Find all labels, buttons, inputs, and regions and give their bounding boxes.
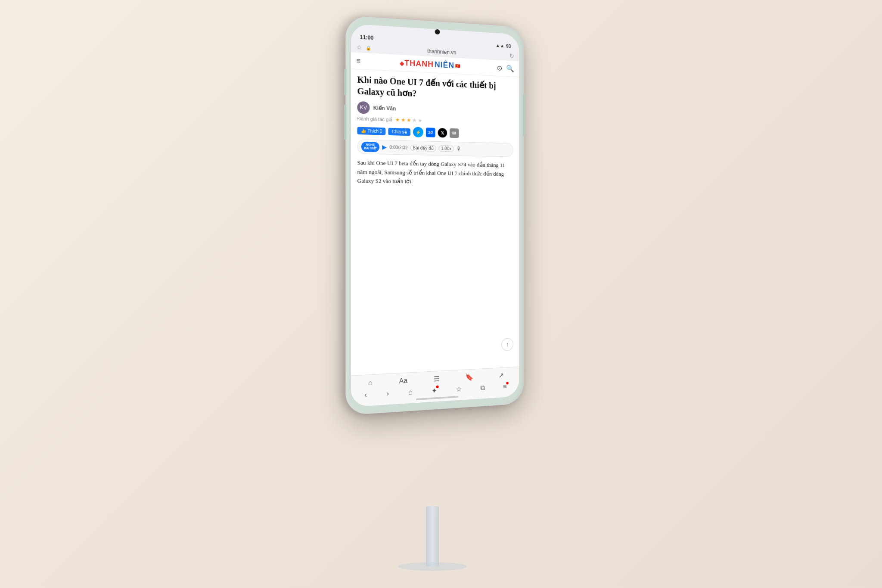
audio-speed[interactable]: 1.00x [438, 145, 454, 152]
stand-arm [426, 506, 439, 566]
phone-screen: 11:00 ▲▲ 93 ☆ 🔒 thanhnien.vn ↻ [351, 24, 519, 407]
logo-flag-icon: 🇻🇳 [455, 63, 460, 68]
email-button[interactable]: ✉ [450, 128, 459, 138]
star-5[interactable]: ★ [418, 117, 422, 123]
volume-button-2 [344, 104, 346, 140]
scene: 11:00 ▲▲ 93 ☆ 🔒 thanhnien.vn ↻ [0, 0, 882, 588]
audio-full-label[interactable]: Bài đầy đủ [410, 144, 436, 151]
magic-icon[interactable]: ✦ [432, 386, 437, 395]
facebook-share-button[interactable]: Chia sẻ [388, 128, 410, 136]
twitter-button[interactable]: 𝕏 [438, 128, 447, 138]
star-3[interactable]: ★ [407, 117, 411, 123]
battery-label: 93 [506, 44, 511, 49]
site-header-icons: ⊙ 🔍 [497, 64, 514, 73]
lock-icon: 🔒 [366, 45, 371, 50]
status-time: 11:00 [360, 34, 374, 41]
power-button [523, 94, 525, 136]
microphone-icon[interactable]: 🎙 [457, 146, 462, 152]
author-avatar: KV [357, 101, 370, 114]
messenger-button[interactable]: ⚡ [413, 127, 423, 137]
favorites-icon[interactable]: ☆ [456, 385, 462, 394]
logo-text-2: NIÊN [435, 60, 454, 70]
menu-nav-icon[interactable]: ≡ [503, 383, 507, 390]
rating-label: Đánh giá tác giả [357, 115, 393, 122]
audio-time: 0:00/2:32 [389, 145, 407, 150]
phone-body: 11:00 ▲▲ 93 ☆ 🔒 thanhnien.vn ↻ [345, 16, 524, 415]
signal-icon: ▲▲ [496, 43, 505, 48]
browser-home-icon[interactable]: ⌂ [408, 388, 413, 396]
home-toolbar-icon[interactable]: ⌂ [368, 379, 373, 387]
author-name[interactable]: Kiến Văn [373, 105, 396, 112]
phone-wrapper: 11:00 ▲▲ 93 ☆ 🔒 thanhnien.vn ↻ [345, 16, 524, 415]
audio-label-line2: BÀI VIẾT [364, 146, 377, 150]
zalo-button[interactable]: 2đ [426, 128, 435, 137]
logo-diamond-icon: ◆ [400, 59, 404, 67]
star-4[interactable]: ★ [412, 117, 417, 123]
audio-player: NGHE BÀI VIẾT ▶ 0:00/2:32 Bài đầy đủ 1.0… [357, 139, 513, 157]
article-title: Khi nào One UI 7 đến với các thiết bị Ga… [357, 74, 513, 103]
audio-label: NGHE BÀI VIẾT [361, 142, 379, 152]
messenger-icon: ⚡ [416, 130, 421, 134]
font-size-icon[interactable]: Aa [399, 376, 408, 385]
forward-nav-icon[interactable]: › [387, 389, 389, 398]
site-logo[interactable]: ◆ THANH NIÊN 🇻🇳 [400, 58, 460, 70]
star-2[interactable]: ★ [401, 117, 406, 123]
thumbs-up-icon: 👍 [361, 128, 366, 133]
share-toolbar-icon[interactable]: ↗ [498, 371, 503, 380]
back-nav-icon[interactable]: ‹ [364, 391, 367, 399]
bookmark-star-icon[interactable]: ☆ [356, 44, 362, 51]
volume-button-1 [344, 69, 346, 96]
facebook-like-button[interactable]: 👍 Thích 0 [357, 127, 385, 135]
logo-text: THANH [404, 59, 434, 69]
social-row: 👍 Thích 0 Chia sẻ ⚡ 2đ [357, 125, 513, 140]
tabs-icon[interactable]: ⧉ [480, 384, 485, 392]
camera-hole [435, 29, 440, 35]
share-label: Chia sẻ [392, 129, 407, 134]
hamburger-menu-icon[interactable]: ≡ [356, 57, 360, 65]
star-1[interactable]: ★ [395, 117, 400, 123]
website-content: ≡ ◆ THANH NIÊN 🇻🇳 ⊙ 🔍 [351, 52, 519, 376]
status-icons: ▲▲ 93 [496, 43, 511, 49]
article-area: Khi nào One UI 7 đến với các thiết bị Ga… [351, 69, 519, 375]
zalo-label: 2đ [428, 130, 432, 134]
like-label: Thích 0 [367, 128, 382, 134]
avatar-initials: KV [357, 101, 370, 114]
play-button[interactable]: ▶ [382, 143, 387, 151]
stand-base [398, 562, 467, 571]
refresh-icon[interactable]: ↻ [509, 53, 514, 59]
phone-stand [407, 493, 458, 571]
bookmark-icon[interactable]: 🔖 [465, 373, 473, 381]
search-icon[interactable]: 🔍 [506, 64, 514, 72]
article-body: Sau khi One UI 7 beta đến tay dòng Galax… [357, 158, 513, 187]
user-icon[interactable]: ⊙ [497, 64, 502, 72]
reader-mode-icon[interactable]: ☰ [434, 375, 440, 383]
